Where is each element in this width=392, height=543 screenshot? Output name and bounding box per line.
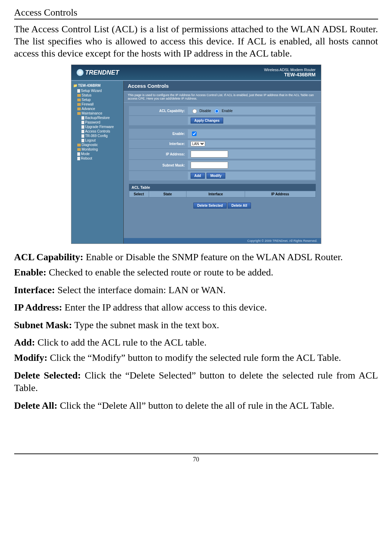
model-name: TEW-436BRM [264,72,316,77]
th-state: State [149,191,186,197]
sidebar-item-password[interactable]: Password [73,120,122,125]
file-icon [81,125,84,129]
apply-changes-button[interactable]: Apply Changes [191,118,224,124]
subnet-mask-label: Subnet Mask: [130,163,188,167]
page-title: Access Controls [14,7,378,19]
sidebar-item-access-controls[interactable]: Access Controls [73,129,122,134]
def-delete-selected: Delete Selected: Click the “Delete Selec… [14,369,378,394]
logo-icon [77,69,84,76]
sidebar-item-tr069-config[interactable]: TR-069 Config [73,134,122,138]
sidebar-item-setup-wizard[interactable]: Setup Wizard [73,88,122,93]
sidebar-item-status[interactable]: Status [73,93,122,97]
copyright-footer: Copyright © 2009 TRENDnet. All Rights Re… [124,238,321,244]
sidebar-item-backup-restore[interactable]: Backup/Restore [73,116,122,120]
sidebar-item-maintainance[interactable]: Maintainance [73,111,122,116]
ip-address-input[interactable] [191,151,228,158]
panel-description: This page is used to configure the IP Ad… [124,91,321,103]
th-interface: Interface [186,191,245,197]
sidebar-item-upgrade-firmware[interactable]: Upgrade Firmware [73,125,122,129]
file-icon [81,134,84,138]
file-icon [81,121,84,124]
def-modify: Modify: Click the “Modify” button to mod… [14,351,378,364]
folder-icon [77,148,81,151]
subnet-mask-input[interactable] [191,162,228,169]
file-icon [77,152,80,156]
def-ip-address: IP Address: Enter the IP address that al… [14,301,378,314]
folder-icon [77,99,81,101]
sidebar-item-mode[interactable]: Mode [73,152,122,156]
delete-selected-button[interactable]: Delete Selected [193,203,227,209]
def-interface: Interface: Select the interface domain: … [14,284,378,296]
modify-button[interactable]: Modify [207,173,225,179]
sidebar-item-reboot[interactable]: Reboot [73,156,122,161]
definition-list: ACL Capability: Enable or Disable the SN… [14,251,378,412]
enable-field-label: Enable: [130,132,188,136]
page-number: 70 [14,453,378,463]
sidebar-item-firewall[interactable]: Firewall [73,102,122,107]
sidebar: 📁 TEW-436BRM Setup Wizard Status Setup F… [71,81,124,244]
ip-address-label: IP Address: [130,152,188,156]
router-header: TRENDNET Wireless ADSL Modem Router TEW-… [71,65,321,81]
acl-disable-radio[interactable] [192,109,197,113]
th-select: Select [129,191,149,197]
product-line: Wireless ADSL Modem Router [264,68,316,72]
sidebar-item-logout[interactable]: Logout [73,138,122,143]
folder-icon [77,108,81,110]
def-subnet-mask: Subnet Mask: Type the subnet mask in the… [14,319,378,331]
enable-checkbox[interactable] [192,131,197,136]
add-button[interactable]: Add [191,173,205,179]
sidebar-item-diagnostic[interactable]: Diagnostic [73,143,122,147]
file-icon [77,157,80,160]
sidebar-item-advance[interactable]: Advance [73,107,122,111]
def-add: Add: Click to add the ACL rule to the AC… [14,336,378,349]
disable-label: Disable [200,109,211,113]
sidebar-item-setup[interactable]: Setup [73,97,122,102]
file-icon [81,116,84,120]
folder-icon [77,144,81,146]
th-ip-address: IP Address [245,191,315,197]
acl-table-title: ACL Table [129,184,316,191]
acl-enable-radio[interactable] [215,109,219,113]
router-screenshot: TRENDNET Wireless ADSL Modem Router TEW-… [14,65,378,244]
sidebar-root[interactable]: 📁 TEW-436BRM [73,84,122,87]
panel-title: Access Controls [124,81,321,91]
folder-icon [77,112,81,115]
def-enable: Enable: Checked to enable the selected r… [14,266,378,279]
interface-label: Interface: [130,142,188,146]
acl-table: Select State Interface IP Address [129,191,316,197]
interface-select[interactable]: LAN [191,141,205,146]
intro-paragraph: The Access Control List (ACL) is a list … [14,23,378,59]
sidebar-item-monitoring[interactable]: Monitoring [73,147,122,152]
def-acl-capability: ACL Capability: Enable or Disable the SN… [14,251,378,263]
enable-label: Enable [222,109,233,113]
acl-capability-label: ACL Capability: [130,109,188,113]
delete-all-button[interactable]: Delete All [228,203,251,209]
file-icon [81,139,84,142]
folder-icon [77,103,81,106]
folder-icon [77,94,81,97]
file-icon [81,130,84,133]
file-icon [77,89,80,93]
brand-name: TRENDNET [85,69,119,76]
def-delete-all: Delete All: Click the “Delete All” butto… [14,399,378,412]
